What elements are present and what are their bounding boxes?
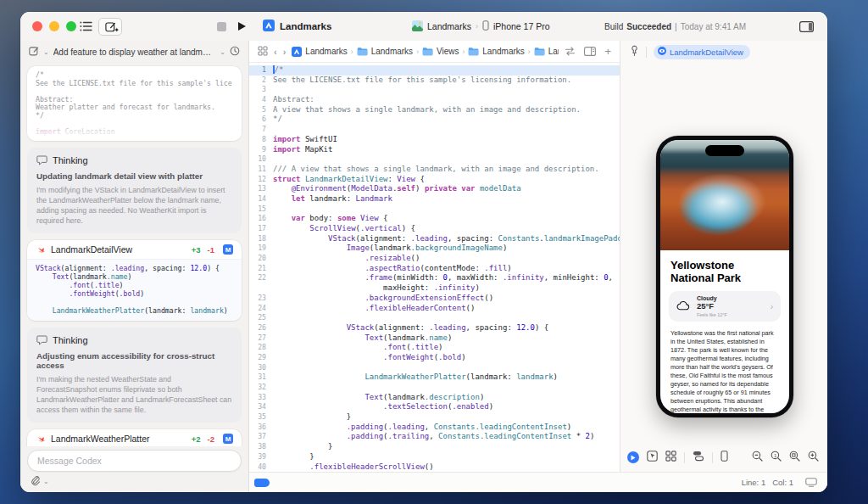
breadcrumb-separator: › <box>528 48 531 56</box>
paperclip-icon[interactable] <box>31 474 41 490</box>
diff-code-block: VStack(alignment: .leading, spacing: 12.… <box>27 259 242 321</box>
code-line: 20 .resizable() <box>249 254 620 264</box>
xcode-window: ✦ Landmarks Landmarks › iPhone 17 Pro Bu… <box>20 12 827 492</box>
back-icon[interactable]: ‹ <box>274 47 277 57</box>
forward-icon[interactable]: › <box>283 47 287 57</box>
context-code-card[interactable]: /*See the LICENSE.txt file for this samp… <box>27 66 242 141</box>
lines-added-badge: +3 <box>192 245 201 255</box>
speech-bubble-icon <box>36 335 47 345</box>
codex-session-header: ⌄ Add feature to display weather at land… <box>20 41 248 63</box>
code-line: Weather platter and forecast for landmar… <box>36 104 233 112</box>
folder-icon <box>534 47 545 56</box>
code-line: 14 let landmark: Landmark <box>249 194 620 204</box>
code-line: Text(landmark.name) <box>36 272 233 281</box>
code-editor[interactable]: 1/*2See the LICENSE.txt file for this sa… <box>249 63 620 472</box>
file-diff-card[interactable]: LandmarkWeatherPlatter+2-2Mfileprivate s… <box>27 429 242 446</box>
code-review-indicator[interactable] <box>254 479 270 487</box>
code-line: 25 <box>249 313 620 323</box>
zoom-in-icon[interactable] <box>808 450 819 465</box>
stop-button[interactable] <box>217 12 226 41</box>
code-line: .font(.title) <box>36 281 233 289</box>
thinking-label: Thinking <box>53 335 88 345</box>
code-line: 26 VStack(alignment: .leading, spacing: … <box>249 323 620 333</box>
cloud-icon <box>676 299 690 314</box>
display-icon[interactable] <box>805 475 817 490</box>
chevron-right-icon: › <box>476 22 478 31</box>
code-line: 11/// A view that shows a single landmar… <box>249 165 620 175</box>
minimize-window-button[interactable] <box>49 21 59 31</box>
swap-editor-icon[interactable] <box>565 44 576 59</box>
zoom-out-icon[interactable] <box>752 450 763 465</box>
code-line: 35 } <box>249 412 620 423</box>
source-editor: ‹ › Landmarks›Landmarks›Views›Landmarks›… <box>249 41 620 472</box>
chevron-down-icon[interactable]: ⌄ <box>43 48 49 56</box>
chevron-down-icon[interactable]: ⌄ <box>43 478 49 485</box>
codex-assistant-sidebar: ⌄ Add feature to display weather at land… <box>20 41 249 492</box>
variants-grid-icon[interactable] <box>665 450 676 465</box>
landmark-description: Yellowstone was the first national park … <box>660 328 789 413</box>
breadcrumb-item[interactable]: Landmarks <box>357 47 413 56</box>
code-line: 10 <box>249 154 620 165</box>
build-status[interactable]: Build Succeeded | Today at 9:41 AM <box>604 12 746 41</box>
breadcrumb-item[interactable]: Views <box>422 47 459 56</box>
preview-screen[interactable]: Yellowstone National Park Cloudy 25°F Fe… <box>660 140 789 413</box>
lines-added-badge: +2 <box>192 434 201 444</box>
breadcrumb: Landmarks›Landmarks›Views›Landmarks›Land… <box>292 47 559 57</box>
thinking-block[interactable]: ThinkingUpdating landmark detail view wi… <box>27 148 242 233</box>
chevron-down-icon[interactable]: ⌄ <box>220 48 225 56</box>
compose-icon[interactable] <box>29 44 39 59</box>
code-line: 24 .flexibleHeaderContent() <box>249 304 620 314</box>
status-bar: Line: 1Col: 1 <box>249 472 827 492</box>
code-line: Abstract: <box>36 96 233 104</box>
preview-target-pill[interactable]: LandmarkDetailView <box>654 45 750 59</box>
code-line: 16 var body: some View { <box>249 214 620 224</box>
code-line: 6*/ <box>249 115 620 125</box>
live-preview-button[interactable] <box>627 451 639 463</box>
weather-platter[interactable]: Cloudy 25°F Feels like 12°F › <box>669 291 781 322</box>
project-title: Landmarks <box>263 12 331 41</box>
new-chat-button[interactable]: ✦ <box>98 18 122 36</box>
related-items-icon[interactable] <box>258 44 268 59</box>
code-line: 12struct LandmarkDetailView: View { <box>249 175 620 185</box>
breadcrumb-separator: › <box>416 48 419 56</box>
fullscreen-window-button[interactable] <box>66 21 76 31</box>
toolbar: ✦ Landmarks Landmarks › iPhone 17 Pro Bu… <box>20 12 827 41</box>
code-line: 21 .aspectRatio(contentMode: .fill) <box>249 264 620 274</box>
code-line: 18 VStack(alignment: .leading, spacing: … <box>249 234 620 244</box>
thinking-block[interactable]: ThinkingAdjusting enum accessibility for… <box>27 328 242 423</box>
breadcrumb-item[interactable]: Landmarks <box>292 47 347 57</box>
scheme-selector[interactable]: Landmarks › iPhone 17 Pro <box>412 12 550 41</box>
editor-options-icon[interactable] <box>584 44 596 59</box>
zoom-fit-icon[interactable] <box>789 450 800 465</box>
device-icon <box>482 20 489 32</box>
eye-icon <box>658 47 666 57</box>
code-line: 40 .flexibleHeaderScrollView() <box>249 462 620 473</box>
code-line: 34 .textSelection(.enabled) <box>249 402 620 412</box>
file-diff-card[interactable]: LandmarkDetailView+3-1MVStack(alignment:… <box>27 240 242 321</box>
sparkle-icon: ✦ <box>114 26 120 34</box>
run-button[interactable] <box>237 12 247 41</box>
add-editor-icon[interactable]: + <box>604 45 611 58</box>
code-line: 5A view that shows a single landmark, wi… <box>249 105 620 115</box>
appearance-variants-icon[interactable] <box>693 450 704 465</box>
session-title-dropdown[interactable]: Add feature to display weather at landma… <box>53 48 216 57</box>
landmark-title: Yellowstone National Park <box>660 250 760 288</box>
close-window-button[interactable] <box>32 21 42 31</box>
history-icon[interactable] <box>230 44 240 59</box>
chat-list-icon[interactable] <box>80 12 92 41</box>
breadcrumb-item[interactable]: Landmark Detail <box>534 47 559 56</box>
folder-icon <box>357 47 368 56</box>
pin-icon[interactable] <box>630 44 639 59</box>
conversation-scroll[interactable]: /*See the LICENSE.txt file for this samp… <box>20 63 248 446</box>
inspector-toggle-icon[interactable] <box>799 12 814 41</box>
select-mode-icon[interactable] <box>647 450 658 465</box>
preview-canvas: LandmarkDetailView Yellowstone National … <box>620 41 827 472</box>
message-input[interactable]: Message Codex <box>27 450 242 472</box>
zoom-100-icon[interactable]: 1 <box>771 450 782 465</box>
code-line: 36 .padding(.leading, Constants.leadingC… <box>249 423 620 433</box>
breadcrumb-item[interactable]: Landmarks <box>468 47 524 56</box>
code-line: 31 LandmarkWeatherPlatter(landmark: land… <box>249 372 620 383</box>
lines-removed-badge: -2 <box>208 434 214 444</box>
device-settings-icon[interactable] <box>721 450 728 465</box>
thinking-body: I'm making the nested WeatherState and F… <box>36 374 232 415</box>
